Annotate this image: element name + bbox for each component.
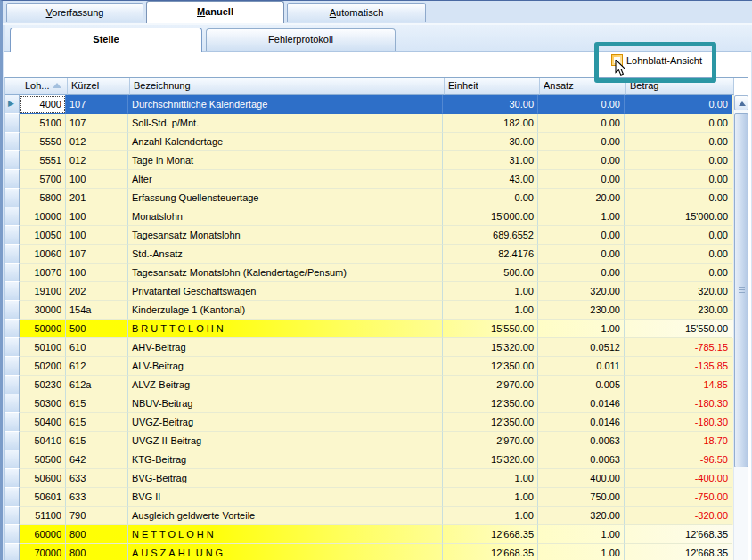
cell-kuerzel[interactable]: 800 [66,525,128,544]
cell-lohnart[interactable]: 30000 [20,301,66,320]
cell-einheit[interactable]: 12'350.00 [443,394,538,413]
cell-bezeichnung[interactable]: AHV-Beitrag [128,338,443,357]
cell-ansatz[interactable]: 0.0512 [538,338,625,357]
column-header-bezeichnung[interactable]: Bezeichnung [130,78,445,95]
cell-einheit[interactable]: 15'550.00 [443,320,538,338]
cell-lohnart[interactable]: 50100 [20,338,66,357]
row-indicator[interactable] [5,114,20,133]
cell-kuerzel[interactable]: 615 [66,432,128,450]
cell-bezeichnung[interactable]: Tagesansatz Monatslohn [128,226,443,245]
cell-betrag[interactable]: -750.00 [625,488,732,507]
row-indicator[interactable] [5,338,20,357]
cell-kuerzel[interactable]: 100 [66,264,128,282]
row-indicator[interactable] [5,376,20,394]
cell-kuerzel[interactable]: 107 [66,245,128,264]
row-indicator[interactable] [5,450,20,469]
cell-betrag[interactable]: -320.00 [625,507,732,525]
cell-bezeichnung[interactable]: BRUTTOLOHN [128,320,443,338]
table-row[interactable]: 50000500BRUTTOLOHN15'550.001.0015'550.00 [5,320,748,338]
cell-bezeichnung[interactable]: Privatanteil Geschäftswagen [128,282,443,301]
cell-kuerzel[interactable]: 201 [66,189,128,207]
cell-einheit[interactable]: 2'970.00 [443,432,538,450]
cell-betrag[interactable]: 320.00 [625,282,732,301]
row-indicator[interactable] [5,544,20,560]
cell-ansatz[interactable]: 320.00 [538,507,625,525]
cell-lohnart[interactable]: 4000 [20,95,66,114]
cell-betrag[interactable]: -18.70 [625,432,732,450]
table-row[interactable]: 19100202Privatanteil Geschäftswagen1.003… [5,282,748,301]
cell-ansatz[interactable]: 20.00 [538,189,625,207]
cell-kuerzel[interactable]: 612 [66,357,128,376]
cell-ansatz[interactable]: 1.00 [538,544,625,560]
cell-lohnart[interactable]: 5550 [20,133,66,151]
cell-bezeichnung[interactable]: ALV-Beitrag [128,357,443,376]
cell-einheit[interactable]: 82.4176 [443,245,538,264]
cell-ansatz[interactable]: 0.0063 [538,432,625,450]
row-indicator[interactable] [5,282,20,301]
table-row[interactable]: 50600633BVG-Beitrag1.00400.00-400.00 [5,469,748,488]
row-indicator[interactable] [5,264,20,282]
cell-ansatz[interactable]: 0.00 [538,133,625,151]
cell-einheit[interactable]: 30.00 [443,133,538,151]
cell-lohnart[interactable]: 50000 [20,320,66,338]
column-header-lohnart[interactable]: Loh... [21,78,68,95]
row-indicator[interactable] [5,525,20,544]
vertical-scrollbar[interactable] [733,95,748,560]
cell-einheit[interactable]: 12'350.00 [443,413,538,432]
cell-einheit[interactable]: 0.00 [443,189,538,207]
cell-lohnart[interactable]: 50400 [20,413,66,432]
cell-betrag[interactable]: 0.00 [625,133,732,151]
tab-manuell[interactable]: Manuell [146,1,284,23]
cell-lohnart[interactable]: 50300 [20,394,66,413]
cell-bezeichnung[interactable]: AUSZAHLUNG [128,544,443,560]
cell-ansatz[interactable]: 750.00 [538,488,625,507]
cell-lohnart[interactable]: 70000 [20,544,66,560]
table-row[interactable]: 70000800AUSZAHLUNG12'668.351.0012'668.35 [5,544,748,560]
cell-lohnart[interactable]: 10000 [20,207,66,226]
cell-lohnart[interactable]: 50601 [20,488,66,507]
cell-ansatz[interactable]: 0.0146 [538,394,625,413]
cell-bezeichnung[interactable]: Kinderzulage 1 (Kantonal) [128,301,443,320]
cell-lohnart[interactable]: 51100 [20,507,66,525]
cell-betrag[interactable]: -14.85 [625,376,732,394]
scrollbar-thumb[interactable] [734,113,748,467]
cell-lohnart[interactable]: 5551 [20,151,66,170]
row-indicator[interactable] [5,413,20,432]
row-indicator[interactable] [5,207,20,226]
cell-betrag[interactable]: 230.00 [625,301,732,320]
cell-betrag[interactable]: -96.50 [625,450,732,469]
cell-ansatz[interactable]: 1.00 [538,525,625,544]
cell-bezeichnung[interactable]: BVG-Beitrag [128,469,443,488]
cell-lohnart[interactable]: 5700 [20,170,66,189]
column-header-kuerzel[interactable]: Kürzel [68,78,130,95]
row-indicator[interactable] [5,170,20,189]
cell-einheit[interactable]: 1.00 [443,469,538,488]
cell-einheit[interactable]: 15'320.00 [443,450,538,469]
cell-betrag[interactable]: 0.00 [625,264,732,282]
cell-kuerzel[interactable]: 012 [66,151,128,170]
cell-einheit[interactable]: 12'350.00 [443,357,538,376]
row-indicator[interactable] [5,189,20,207]
cell-kuerzel[interactable]: 012 [66,133,128,151]
cell-lohnart[interactable]: 60000 [20,525,66,544]
cell-betrag[interactable]: 12'668.35 [625,544,732,560]
tab-stelle[interactable]: Stelle [10,28,202,52]
cell-lohnart[interactable]: 10070 [20,264,66,282]
row-indicator[interactable] [5,301,20,320]
cell-betrag[interactable]: 0.00 [625,151,732,170]
table-row[interactable]: 10060107Std.-Ansatz82.41760.000.00 [5,245,748,264]
cell-kuerzel[interactable]: 615 [66,413,128,432]
cell-einheit[interactable]: 1.00 [443,488,538,507]
cell-einheit[interactable]: 12'668.35 [443,544,538,560]
tab-automatisch[interactable]: Automatisch [287,3,426,22]
cell-bezeichnung[interactable]: Tagesansatz Monatslohn (Kalendertage/Pen… [128,264,443,282]
cell-kuerzel[interactable]: 633 [66,469,128,488]
cell-lohnart[interactable]: 50500 [20,450,66,469]
cell-betrag[interactable]: 0.00 [625,170,732,189]
cell-ansatz[interactable]: 400.00 [538,469,625,488]
cell-bezeichnung[interactable]: ALVZ-Beitrag [128,376,443,394]
cell-ansatz[interactable]: 0.00 [538,114,625,133]
cell-einheit[interactable]: 2'970.00 [443,376,538,394]
cell-einheit[interactable]: 15'000.00 [443,207,538,226]
table-row[interactable]: 5100107Soll-Std. p/Mnt.182.000.000.00 [5,114,748,133]
